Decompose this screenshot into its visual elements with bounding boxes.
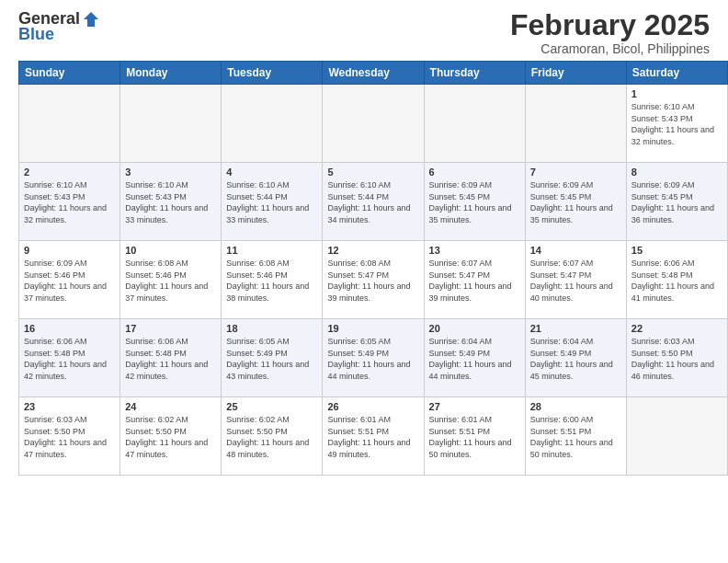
day-header-tuesday: Tuesday [222, 62, 323, 85]
day-info: Sunrise: 6:09 AMSunset: 5:45 PMDaylight:… [631, 179, 722, 225]
day-cell-empty-4-6 [626, 397, 727, 476]
calendar-header-row: SundayMondayTuesdayWednesdayThursdayFrid… [19, 62, 728, 85]
day-info: Sunrise: 6:10 AMSunset: 5:44 PMDaylight:… [327, 179, 418, 225]
day-info: Sunrise: 6:07 AMSunset: 5:47 PMDaylight:… [530, 258, 621, 304]
day-info: Sunrise: 6:05 AMSunset: 5:49 PMDaylight:… [327, 336, 418, 382]
day-cell-20: 20Sunrise: 6:04 AMSunset: 5:49 PMDayligh… [424, 319, 525, 397]
title-section: February 2025 Caramoran, Bicol, Philippi… [510, 9, 710, 56]
calendar-week-3: 9Sunrise: 6:09 AMSunset: 5:46 PMDaylight… [19, 241, 728, 319]
day-cell-24: 24Sunrise: 6:02 AMSunset: 5:50 PMDayligh… [120, 397, 222, 476]
day-info: Sunrise: 6:04 AMSunset: 5:49 PMDaylight:… [530, 336, 621, 382]
calendar-week-5: 23Sunrise: 6:03 AMSunset: 5:50 PMDayligh… [19, 397, 728, 476]
day-cell-18: 18Sunrise: 6:05 AMSunset: 5:49 PMDayligh… [222, 319, 323, 397]
day-cell-13: 13Sunrise: 6:07 AMSunset: 5:47 PMDayligh… [424, 241, 525, 319]
day-number: 23 [24, 401, 115, 412]
month-title: February 2025 [510, 9, 710, 41]
day-cell-4: 4Sunrise: 6:10 AMSunset: 5:44 PMDaylight… [222, 163, 323, 241]
day-cell-1: 1Sunrise: 6:10 AMSunset: 5:43 PMDaylight… [626, 85, 727, 163]
day-cell-9: 9Sunrise: 6:09 AMSunset: 5:46 PMDaylight… [19, 241, 120, 319]
day-number: 26 [327, 401, 418, 412]
day-number: 18 [226, 323, 317, 334]
day-number: 15 [631, 245, 722, 256]
day-cell-28: 28Sunrise: 6:00 AMSunset: 5:51 PMDayligh… [525, 397, 626, 476]
day-header-friday: Friday [525, 62, 626, 85]
day-cell-empty-0-0 [19, 85, 120, 163]
day-cell-8: 8Sunrise: 6:09 AMSunset: 5:45 PMDaylight… [626, 163, 727, 241]
day-cell-21: 21Sunrise: 6:04 AMSunset: 5:49 PMDayligh… [525, 319, 626, 397]
day-number: 22 [631, 323, 722, 334]
day-cell-26: 26Sunrise: 6:01 AMSunset: 5:51 PMDayligh… [323, 397, 424, 476]
day-cell-empty-0-3 [323, 85, 424, 163]
day-number: 3 [125, 167, 216, 178]
day-info: Sunrise: 6:09 AMSunset: 5:45 PMDaylight:… [429, 179, 520, 225]
calendar-week-4: 16Sunrise: 6:06 AMSunset: 5:48 PMDayligh… [19, 319, 728, 397]
day-info: Sunrise: 6:10 AMSunset: 5:43 PMDaylight:… [125, 179, 216, 225]
day-cell-5: 5Sunrise: 6:10 AMSunset: 5:44 PMDaylight… [323, 163, 424, 241]
day-cell-empty-0-5 [525, 85, 626, 163]
calendar-week-1: 1Sunrise: 6:10 AMSunset: 5:43 PMDaylight… [19, 85, 728, 163]
day-info: Sunrise: 6:06 AMSunset: 5:48 PMDaylight:… [125, 336, 216, 382]
day-cell-12: 12Sunrise: 6:08 AMSunset: 5:47 PMDayligh… [323, 241, 424, 319]
day-cell-empty-0-4 [424, 85, 525, 163]
day-header-sunday: Sunday [19, 62, 120, 85]
day-info: Sunrise: 6:01 AMSunset: 5:51 PMDaylight:… [327, 414, 418, 460]
day-cell-19: 19Sunrise: 6:05 AMSunset: 5:49 PMDayligh… [323, 319, 424, 397]
day-cell-22: 22Sunrise: 6:03 AMSunset: 5:50 PMDayligh… [626, 319, 727, 397]
day-number: 27 [429, 401, 520, 412]
day-number: 4 [226, 167, 317, 178]
calendar-wrapper: SundayMondayTuesdayWednesdayThursdayFrid… [0, 61, 728, 485]
day-number: 9 [24, 245, 115, 256]
day-number: 28 [530, 401, 621, 412]
day-info: Sunrise: 6:04 AMSunset: 5:49 PMDaylight:… [429, 336, 520, 382]
day-info: Sunrise: 6:08 AMSunset: 5:47 PMDaylight:… [327, 258, 418, 304]
day-info: Sunrise: 6:10 AMSunset: 5:43 PMDaylight:… [631, 101, 722, 147]
day-info: Sunrise: 6:09 AMSunset: 5:45 PMDaylight:… [530, 179, 621, 225]
day-cell-17: 17Sunrise: 6:06 AMSunset: 5:48 PMDayligh… [120, 319, 222, 397]
day-cell-10: 10Sunrise: 6:08 AMSunset: 5:46 PMDayligh… [120, 241, 222, 319]
day-number: 13 [429, 245, 520, 256]
day-cell-15: 15Sunrise: 6:06 AMSunset: 5:48 PMDayligh… [626, 241, 727, 319]
day-number: 11 [226, 245, 317, 256]
day-cell-11: 11Sunrise: 6:08 AMSunset: 5:46 PMDayligh… [222, 241, 323, 319]
day-cell-2: 2Sunrise: 6:10 AMSunset: 5:43 PMDaylight… [19, 163, 120, 241]
day-cell-empty-0-1 [120, 85, 222, 163]
day-cell-3: 3Sunrise: 6:10 AMSunset: 5:43 PMDaylight… [120, 163, 222, 241]
day-header-monday: Monday [120, 62, 222, 85]
day-number: 14 [530, 245, 621, 256]
day-info: Sunrise: 6:03 AMSunset: 5:50 PMDaylight:… [24, 414, 115, 460]
day-info: Sunrise: 6:08 AMSunset: 5:46 PMDaylight:… [226, 258, 317, 304]
logo-blue-text: Blue [18, 25, 54, 44]
day-info: Sunrise: 6:06 AMSunset: 5:48 PMDaylight:… [631, 258, 722, 304]
day-cell-empty-0-2 [222, 85, 323, 163]
day-cell-27: 27Sunrise: 6:01 AMSunset: 5:51 PMDayligh… [424, 397, 525, 476]
day-number: 20 [429, 323, 520, 334]
day-info: Sunrise: 6:00 AMSunset: 5:51 PMDaylight:… [530, 414, 621, 460]
day-number: 5 [327, 167, 418, 178]
day-cell-23: 23Sunrise: 6:03 AMSunset: 5:50 PMDayligh… [19, 397, 120, 476]
day-number: 25 [226, 401, 317, 412]
day-info: Sunrise: 6:01 AMSunset: 5:51 PMDaylight:… [429, 414, 520, 460]
calendar-table: SundayMondayTuesdayWednesdayThursdayFrid… [18, 61, 728, 476]
logo: General Blue [18, 9, 100, 44]
day-cell-16: 16Sunrise: 6:06 AMSunset: 5:48 PMDayligh… [19, 319, 120, 397]
location-text: Caramoran, Bicol, Philippines [510, 41, 710, 56]
day-number: 17 [125, 323, 216, 334]
day-number: 8 [631, 167, 722, 178]
svg-marker-0 [84, 12, 98, 27]
day-number: 10 [125, 245, 216, 256]
day-number: 12 [327, 245, 418, 256]
day-info: Sunrise: 6:10 AMSunset: 5:43 PMDaylight:… [24, 179, 115, 225]
calendar-week-2: 2Sunrise: 6:10 AMSunset: 5:43 PMDaylight… [19, 163, 728, 241]
day-info: Sunrise: 6:10 AMSunset: 5:44 PMDaylight:… [226, 179, 317, 225]
day-info: Sunrise: 6:03 AMSunset: 5:50 PMDaylight:… [631, 336, 722, 382]
page-header: General Blue February 2025 Caramoran, Bi… [0, 0, 728, 61]
day-number: 21 [530, 323, 621, 334]
day-cell-7: 7Sunrise: 6:09 AMSunset: 5:45 PMDaylight… [525, 163, 626, 241]
day-number: 24 [125, 401, 216, 412]
day-number: 16 [24, 323, 115, 334]
day-number: 6 [429, 167, 520, 178]
day-info: Sunrise: 6:08 AMSunset: 5:46 PMDaylight:… [125, 258, 216, 304]
day-header-thursday: Thursday [424, 62, 525, 85]
day-info: Sunrise: 6:05 AMSunset: 5:49 PMDaylight:… [226, 336, 317, 382]
day-number: 2 [24, 167, 115, 178]
